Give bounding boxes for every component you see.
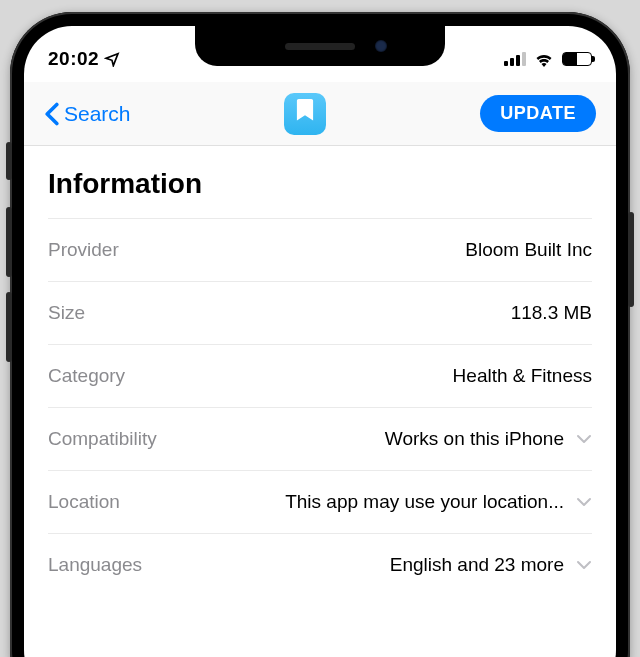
information-section: Information Provider Bloom Built Inc Siz… — [24, 146, 616, 596]
row-label: Category — [48, 365, 125, 387]
row-location[interactable]: Location This app may use your location.… — [48, 470, 592, 533]
update-button[interactable]: UPDATE — [480, 95, 596, 132]
wifi-icon — [534, 52, 554, 67]
row-label: Location — [48, 491, 120, 513]
row-value: English and 23 more — [390, 554, 564, 576]
battery-icon — [562, 52, 592, 66]
status-time: 20:02 — [48, 48, 99, 70]
row-value: Works on this iPhone — [385, 428, 564, 450]
back-label: Search — [64, 102, 131, 126]
row-value: Bloom Built Inc — [465, 239, 592, 261]
phone-frame: 20:02 Search UPDATE Infor — [10, 12, 630, 657]
row-label: Provider — [48, 239, 119, 261]
screen: 20:02 Search UPDATE Infor — [24, 26, 616, 657]
location-services-icon — [104, 51, 120, 67]
row-size: Size 118.3 MB — [48, 281, 592, 344]
notch — [195, 26, 445, 66]
bookmark-icon — [296, 99, 314, 123]
row-category: Category Health & Fitness — [48, 344, 592, 407]
chevron-left-icon — [44, 102, 60, 126]
row-value: Health & Fitness — [453, 365, 592, 387]
cell-signal-icon — [504, 52, 526, 66]
row-label: Compatibility — [48, 428, 157, 450]
row-value: 118.3 MB — [511, 302, 592, 324]
row-provider: Provider Bloom Built Inc — [48, 218, 592, 281]
row-compatibility[interactable]: Compatibility Works on this iPhone — [48, 407, 592, 470]
chevron-down-icon — [576, 434, 592, 444]
section-title: Information — [48, 168, 592, 200]
app-icon — [284, 93, 326, 135]
chevron-down-icon — [576, 560, 592, 570]
nav-bar: Search UPDATE — [24, 82, 616, 146]
row-label: Languages — [48, 554, 142, 576]
row-value: This app may use your location... — [285, 491, 564, 513]
row-label: Size — [48, 302, 85, 324]
chevron-down-icon — [576, 497, 592, 507]
back-button[interactable]: Search — [44, 102, 131, 126]
row-languages[interactable]: Languages English and 23 more — [48, 533, 592, 596]
